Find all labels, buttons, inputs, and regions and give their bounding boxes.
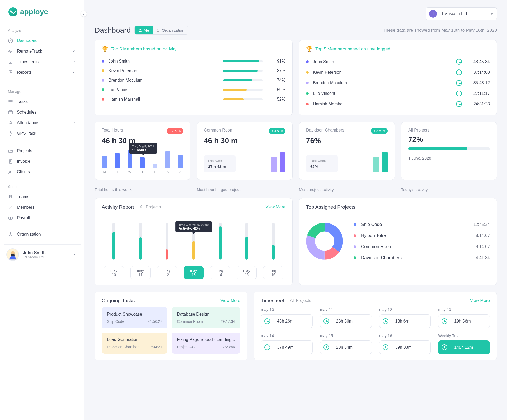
ts-pill[interactable]: 28h 34m — [320, 340, 372, 354]
chevron-down-icon — [71, 49, 76, 54]
svg-rect-3 — [9, 111, 12, 114]
sidebar-collapse-button[interactable] — [81, 11, 87, 17]
ts-pill[interactable]: 18h 6m — [379, 314, 431, 328]
ts-label: may 13 — [438, 307, 490, 312]
day-label: S — [178, 170, 183, 174]
nav-clients[interactable]: Clients — [0, 167, 84, 177]
nav-label: Payroll — [17, 216, 30, 220]
date-pill[interactable]: may14 — [210, 266, 230, 279]
activity-pct: 52% — [271, 97, 285, 102]
ts-pill[interactable]: 39h 33m — [379, 340, 431, 354]
nav-attendance[interactable]: Attendance — [0, 118, 84, 128]
mini-bar — [140, 157, 145, 168]
nav-members[interactable]: Members — [0, 202, 84, 213]
gps-icon — [8, 131, 13, 136]
ts-label: may 15 — [320, 333, 372, 338]
nav-remotetrack[interactable]: RemoteTrack — [0, 46, 84, 57]
ts-pill[interactable]: 23h 56m — [320, 314, 372, 328]
date-pill[interactable]: may10 — [104, 266, 124, 279]
legend-value: 8:14:07 — [476, 233, 490, 238]
ts-pill[interactable]: 19h 56m — [438, 314, 490, 328]
task-title: Product Showcase — [107, 312, 162, 317]
seg-org[interactable]: Organization — [153, 26, 188, 34]
member-row: John Smith 91% — [102, 57, 285, 66]
date-pill[interactable]: may11 — [130, 266, 151, 279]
task-tile[interactable]: Lead GenerationDavidson Chambers17:34:21 — [102, 333, 167, 354]
color-dot-icon — [354, 245, 356, 248]
day-label: F — [153, 170, 157, 174]
activity-col — [104, 223, 124, 260]
date-pill[interactable]: may16 — [263, 266, 283, 279]
date-pill[interactable]: may12 — [157, 266, 177, 279]
nav-schedules[interactable]: Schedules — [0, 107, 84, 118]
svg-point-15 — [9, 235, 10, 236]
svg-point-10 — [11, 195, 12, 197]
nav-label: Dashboard — [17, 38, 37, 43]
member-row: Hamish Marshall 52% — [102, 95, 285, 104]
ts-value: 37h 49m — [277, 345, 293, 350]
nav-tasks[interactable]: Tasks — [0, 96, 84, 107]
nav-payroll[interactable]: Payroll — [0, 213, 84, 223]
task-tile[interactable]: Database DesignCommon Room29:17:34 — [172, 307, 240, 328]
date-pill[interactable]: may15 — [237, 266, 257, 279]
date-pill[interactable]: may13 — [184, 266, 204, 279]
user-card[interactable]: John Smith Transcom Ltd. — [4, 244, 81, 265]
member-name: Lue Vincent — [109, 87, 215, 92]
task-project: Common Room — [177, 319, 203, 324]
member-row: Kevin Peterson 37:14:08 — [306, 67, 490, 78]
clock-icon — [456, 101, 462, 107]
nav-projects[interactable]: Projects — [0, 146, 84, 156]
stat-total-hours: Total Hours ↓7.5 % 46 h 30 m Thu, Aug 5,… — [95, 122, 190, 180]
org-select[interactable]: T Transcom Ltd. — [426, 7, 497, 20]
report-icon — [8, 70, 13, 75]
timesheet-cell: may 1437h 49m — [261, 333, 313, 354]
color-dot-icon — [354, 256, 356, 259]
clock-icon — [456, 80, 462, 86]
legend-row: Common Room8:14:07 — [354, 241, 490, 252]
mini-bar — [165, 151, 170, 168]
svg-rect-12 — [9, 217, 12, 219]
clients-icon — [8, 169, 13, 175]
activity-bar — [223, 79, 263, 81]
svg-point-9 — [9, 195, 10, 197]
clock-icon — [264, 344, 270, 350]
nav-section-label: Manage — [0, 82, 84, 96]
nav-label: Schedules — [17, 110, 37, 115]
view-more-link[interactable]: View More — [266, 205, 285, 209]
ts-label: may 10 — [261, 307, 313, 312]
member-name: Kevin Peterson — [109, 68, 215, 73]
view-more-link[interactable]: View More — [470, 298, 490, 303]
ts-pill[interactable]: 37h 49m — [261, 340, 313, 354]
ts-pill[interactable]: 43h 26m — [261, 314, 313, 328]
day-label: W — [128, 170, 132, 174]
org-icon — [157, 29, 160, 32]
panel-top-activity: 🏆Top 5 Members based on activity John Sm… — [95, 40, 293, 115]
task-tile[interactable]: Fixing Page Speed - Landing...Project AG… — [172, 333, 240, 354]
nav-dashboard[interactable]: Dashboard — [0, 35, 84, 46]
clock-icon — [442, 318, 447, 324]
legend-row: Ship Code12:45:34 — [354, 219, 490, 230]
svg-point-21 — [157, 29, 158, 30]
stat-common-room: Common Room ↑3.5 % 46 h 30 m Last week37… — [197, 122, 293, 180]
ts-pill[interactable]: 148h 12m — [438, 340, 490, 354]
color-dot-icon — [102, 60, 104, 63]
task-tile[interactable]: Product ShowcaseShip Code41:56:27 — [102, 307, 167, 328]
nav-label: Reports — [17, 70, 32, 75]
nav-timesheets[interactable]: Timesheets — [0, 57, 84, 67]
brand-logo[interactable]: apploye — [8, 7, 48, 16]
svg-point-20 — [139, 29, 141, 30]
nav-label: Invoice — [17, 159, 30, 164]
clock-icon — [383, 344, 388, 350]
legend-value: 8:14:07 — [476, 244, 490, 249]
main-content: T Transcom Ltd. Dashboard Me Organizatio… — [84, 0, 507, 420]
seg-me[interactable]: Me — [135, 26, 153, 34]
view-more-link[interactable]: View More — [220, 298, 240, 303]
nav-organization[interactable]: Organization — [0, 229, 84, 240]
arrow-down-icon: ↓ — [169, 129, 171, 133]
nav-teams[interactable]: Teams — [0, 192, 84, 202]
nav-gpstrack[interactable]: GPSTrack — [0, 128, 84, 139]
teams-icon — [8, 194, 13, 199]
nav-reports[interactable]: Reports — [0, 67, 84, 78]
nav-invoice[interactable]: Invoice — [0, 156, 84, 167]
color-dot-icon — [102, 69, 104, 72]
